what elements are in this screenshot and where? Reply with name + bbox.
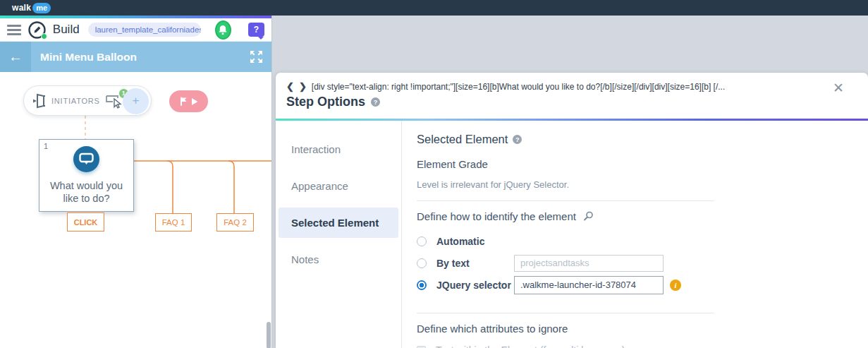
radio-by-text[interactable] (417, 258, 427, 268)
initiators-pill[interactable]: INITIATORS 1 + (23, 85, 152, 116)
notification-bell-icon[interactable] (215, 20, 231, 40)
balloon-title: Mini Menu Balloon (40, 51, 137, 64)
node-click[interactable]: CLICK (67, 212, 104, 232)
radio-by-text-label: By text (436, 258, 514, 269)
tab-appearance[interactable]: Appearance (279, 171, 398, 201)
panel-nav: Interaction Appearance Selected Element … (276, 121, 402, 348)
radio-jquery-selector[interactable] (417, 280, 427, 290)
ignore-text-label: Text within the Element (for multi langu… (436, 344, 625, 348)
step-card-text: What would you like to do? (39, 179, 133, 205)
play-icon (191, 97, 198, 106)
divider (417, 200, 714, 201)
top-app-bar: walk me (0, 0, 868, 16)
plus-add-button[interactable]: + (123, 88, 149, 114)
radio-automatic-label: Automatic (436, 236, 514, 247)
close-icon[interactable]: ✕ (833, 80, 844, 96)
door-enter-icon (32, 93, 46, 109)
panel-content: Selected Element ? Element Grade Level i… (402, 121, 868, 348)
step-card[interactable]: 1 What would you like to do? (39, 139, 134, 212)
logo-me-bubble: me (32, 3, 51, 13)
initiators-label: INITIATORS (51, 97, 100, 105)
help-bubble-button[interactable]: ? (248, 23, 264, 37)
search-magnifier-icon (583, 211, 594, 222)
preview-play-pill[interactable] (169, 90, 208, 112)
tab-selected-element[interactable]: Selected Element (279, 208, 398, 238)
logo-walk-text: walk (12, 3, 31, 13)
ignore-text-row: Text within the Element (for multi langu… (417, 344, 868, 348)
back-arrow-icon[interactable]: ← (0, 42, 31, 72)
option-by-text: By text (417, 252, 868, 274)
build-mode-label: Build (53, 23, 80, 37)
canvas-scrollbar[interactable] (267, 322, 271, 348)
identify-title: Define how to identify the element (417, 210, 576, 222)
tab-interaction[interactable]: Interaction (279, 134, 398, 164)
identify-options: Automatic By text JQuery selector i (417, 230, 868, 296)
step-options-panel: ❮ ❯ [div style="text-align: right !impor… (276, 73, 868, 348)
option-jquery-selector: JQuery selector i (417, 274, 868, 296)
chat-balloon-icon (73, 146, 99, 172)
status-green-dot (41, 33, 47, 40)
expand-icon[interactable] (250, 50, 263, 64)
selected-element-path: [div style="text-align: right !important… (312, 82, 725, 92)
hamburger-menu-icon[interactable] (7, 25, 21, 35)
option-automatic: Automatic (417, 230, 868, 252)
jquery-selector-input[interactable] (514, 276, 664, 294)
info-icon[interactable]: i (670, 280, 681, 291)
edit-pencil-icon[interactable] (27, 20, 47, 40)
radio-automatic[interactable] (417, 236, 427, 246)
radio-jquery-selector-label: JQuery selector (436, 280, 514, 291)
by-text-input[interactable] (514, 255, 664, 272)
help-icon[interactable]: ? (371, 97, 380, 107)
cursor-select-icon: 1 (105, 93, 125, 109)
section-title: Selected Element (417, 133, 508, 146)
section-help-icon[interactable]: ? (513, 135, 522, 144)
chevron-left-icon[interactable]: ❮ (286, 82, 294, 92)
editor-column: Build lauren_template_californiadesigns@… (0, 16, 272, 348)
flag-icon (180, 97, 188, 106)
flow-canvas[interactable]: INITIATORS 1 + 1 (0, 72, 271, 348)
panel-title: Step Options (286, 95, 365, 109)
element-grade-title: Element Grade (417, 158, 868, 170)
node-faq1[interactable]: FAQ 1 (155, 213, 192, 232)
editor-toolbar: Build lauren_template_californiadesigns@… (0, 18, 271, 42)
divider (417, 313, 714, 313)
ignore-text-checkbox[interactable] (417, 346, 426, 348)
node-faq2[interactable]: FAQ 2 (216, 213, 254, 232)
ignore-title: Define which attributes to ignore (417, 323, 868, 335)
account-pill[interactable]: lauren_template_californiadesigns@... (88, 23, 201, 37)
walkme-logo: walk me (12, 3, 51, 13)
element-grade-note: Level is irrelevant for jQuery Selector. (417, 179, 868, 190)
panel-header: ❮ ❯ [div style="text-align: right !impor… (276, 73, 868, 119)
step-index: 1 (44, 142, 48, 150)
balloon-header: ← Mini Menu Balloon (0, 42, 271, 72)
chevron-right-icon[interactable]: ❯ (299, 82, 307, 92)
tab-notes[interactable]: Notes (279, 244, 398, 275)
